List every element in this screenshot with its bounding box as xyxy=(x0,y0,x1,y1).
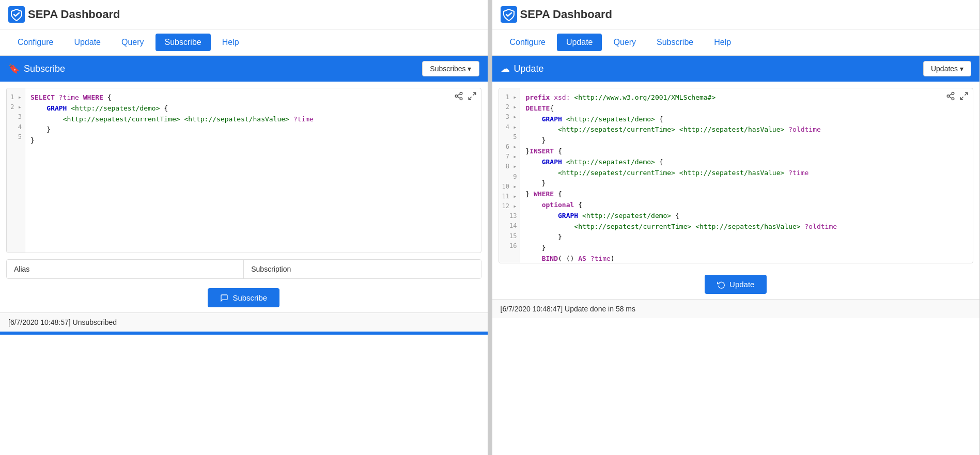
svg-line-4 xyxy=(457,97,460,98)
right-action-area: Update xyxy=(492,270,980,299)
right-code-lines[interactable]: prefix xsd: <http://www.w3.org/2001/XMLS… xyxy=(520,88,973,263)
update-icon: ☁ xyxy=(501,63,510,74)
svg-line-5 xyxy=(457,94,460,96)
svg-line-6 xyxy=(473,92,475,95)
right-nav-update[interactable]: Update xyxy=(557,34,602,51)
left-section-title: 🔖 Subscribe xyxy=(8,63,65,74)
right-status-bar: [6/7/2020 10:48:47] Update done in 58 ms xyxy=(492,299,980,318)
left-nav: Configure Update Query Subscribe Help xyxy=(0,29,488,56)
left-nav-help[interactable]: Help xyxy=(213,34,248,51)
svg-line-14 xyxy=(965,92,968,95)
right-update-btn-label: Update xyxy=(729,280,754,289)
left-subscribes-dropdown[interactable]: Subscribes ▾ xyxy=(422,61,479,76)
svg-point-9 xyxy=(952,92,954,95)
left-bottom-bar xyxy=(0,332,488,335)
left-section-header: 🔖 Subscribe Subscribes ▾ xyxy=(0,56,488,82)
svg-point-2 xyxy=(455,95,458,98)
left-logo-title: SEPA Dashboard xyxy=(28,8,120,21)
right-update-button[interactable]: Update xyxy=(705,275,767,294)
left-subscription-tab[interactable]: Subscription xyxy=(244,260,480,278)
left-nav-subscribe[interactable]: Subscribe xyxy=(155,34,211,51)
left-code-lines[interactable]: SELECT ?time WHERE { GRAPH <http://sepat… xyxy=(25,88,481,253)
right-section-title-text: Update xyxy=(514,64,544,74)
right-updates-dropdown[interactable]: Updates ▾ xyxy=(923,61,971,76)
svg-line-12 xyxy=(949,97,952,98)
left-nav-update[interactable]: Update xyxy=(65,34,110,51)
right-panel: SEPA Dashboard Configure Update Query Su… xyxy=(492,0,981,455)
right-nav-subscribe[interactable]: Subscribe xyxy=(647,34,703,51)
svg-line-15 xyxy=(960,97,963,100)
right-nav-help[interactable]: Help xyxy=(705,34,740,51)
right-share-btn[interactable] xyxy=(946,91,955,103)
left-share-btn[interactable] xyxy=(454,91,463,103)
right-section-title: ☁ Update xyxy=(501,63,544,74)
left-nav-configure[interactable]: Configure xyxy=(8,34,63,51)
left-code-editor[interactable]: 1 ▸ 2 ▸ 3 4 5 SELECT ?time WHERE { GRAPH… xyxy=(7,88,481,253)
svg-line-7 xyxy=(469,97,471,100)
right-fullscreen-btn[interactable] xyxy=(959,91,969,103)
right-line-numbers: 1 ▸ 2 ▸ 3 ▸ 4 ▸ 5 6 ▸ 7 ▸ 8 ▸ 9 10 ▸ 11 … xyxy=(499,88,521,263)
left-code-toolbar xyxy=(454,91,477,103)
left-logo: SEPA Dashboard xyxy=(8,6,120,23)
right-logo-title: SEPA Dashboard xyxy=(520,8,612,21)
right-nav: Configure Update Query Subscribe Help xyxy=(492,29,980,56)
left-alias-tab[interactable]: Alias xyxy=(7,260,244,278)
svg-point-11 xyxy=(952,98,954,100)
svg-point-10 xyxy=(947,95,950,98)
right-status-text: [6/7/2020 10:48:47] Update done in 58 ms xyxy=(501,305,636,313)
right-section-header: ☁ Update Updates ▾ xyxy=(492,56,980,82)
left-action-area: Subscribe xyxy=(0,283,488,312)
left-subscribe-button[interactable]: Subscribe xyxy=(208,288,279,307)
left-fullscreen-btn[interactable] xyxy=(468,91,477,103)
svg-line-13 xyxy=(949,94,952,96)
right-logo: SEPA Dashboard xyxy=(501,6,612,23)
left-status-text: [6/7/2020 10:48:57] Unsubscribed xyxy=(8,318,117,326)
left-nav-query[interactable]: Query xyxy=(112,34,153,51)
right-code-editor[interactable]: 1 ▸ 2 ▸ 3 ▸ 4 ▸ 5 6 ▸ 7 ▸ 8 ▸ 9 10 ▸ 11 … xyxy=(499,88,973,263)
left-code-container: 1 ▸ 2 ▸ 3 4 5 SELECT ?time WHERE { GRAPH… xyxy=(6,88,481,253)
left-subscribe-btn-label: Subscribe xyxy=(232,293,267,302)
left-header: SEPA Dashboard xyxy=(0,0,488,29)
right-sepa-logo-icon xyxy=(501,6,517,23)
left-fields: Alias Subscription xyxy=(6,259,481,279)
right-nav-configure[interactable]: Configure xyxy=(501,34,555,51)
svg-point-3 xyxy=(460,98,462,100)
right-code-container: 1 ▸ 2 ▸ 3 ▸ 4 ▸ 5 6 ▸ 7 ▸ 8 ▸ 9 10 ▸ 11 … xyxy=(499,88,974,263)
subscribe-btn-icon xyxy=(220,294,228,302)
right-header: SEPA Dashboard xyxy=(492,0,980,29)
left-status-bar: [6/7/2020 10:48:57] Unsubscribed xyxy=(0,312,488,332)
left-panel: SEPA Dashboard Configure Update Query Su… xyxy=(0,0,488,455)
right-code-toolbar xyxy=(946,91,969,103)
left-section-title-text: Subscribe xyxy=(24,64,65,74)
svg-point-1 xyxy=(460,92,462,95)
right-nav-query[interactable]: Query xyxy=(604,34,645,51)
panel-divider[interactable] xyxy=(488,0,492,455)
subscribe-icon: 🔖 xyxy=(8,63,20,74)
left-line-numbers: 1 ▸ 2 ▸ 3 4 5 xyxy=(7,88,25,253)
update-btn-icon xyxy=(717,280,725,289)
sepa-logo-icon xyxy=(8,6,25,23)
